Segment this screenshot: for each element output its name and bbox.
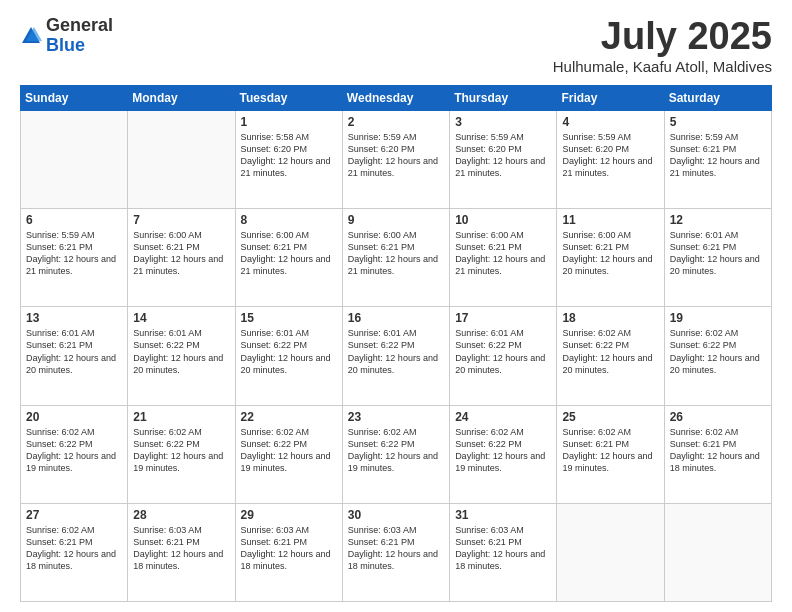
day-info: Sunrise: 6:02 AM Sunset: 6:22 PM Dayligh… [348,426,444,475]
weekday-header-cell: Monday [128,85,235,110]
calendar-day-cell: 12Sunrise: 6:01 AM Sunset: 6:21 PM Dayli… [664,209,771,307]
calendar-day-cell: 23Sunrise: 6:02 AM Sunset: 6:22 PM Dayli… [342,405,449,503]
weekday-header-cell: Tuesday [235,85,342,110]
calendar-day-cell: 27Sunrise: 6:02 AM Sunset: 6:21 PM Dayli… [21,503,128,601]
day-number: 3 [455,115,551,129]
day-number: 25 [562,410,658,424]
day-number: 19 [670,311,766,325]
day-info: Sunrise: 6:01 AM Sunset: 6:21 PM Dayligh… [26,327,122,376]
day-info: Sunrise: 6:00 AM Sunset: 6:21 PM Dayligh… [455,229,551,278]
calendar-day-cell: 2Sunrise: 5:59 AM Sunset: 6:20 PM Daylig… [342,110,449,208]
day-number: 23 [348,410,444,424]
day-number: 13 [26,311,122,325]
day-info: Sunrise: 6:01 AM Sunset: 6:22 PM Dayligh… [241,327,337,376]
calendar-day-cell: 6Sunrise: 5:59 AM Sunset: 6:21 PM Daylig… [21,209,128,307]
calendar-day-cell: 11Sunrise: 6:00 AM Sunset: 6:21 PM Dayli… [557,209,664,307]
calendar-day-cell: 26Sunrise: 6:02 AM Sunset: 6:21 PM Dayli… [664,405,771,503]
calendar-day-cell: 15Sunrise: 6:01 AM Sunset: 6:22 PM Dayli… [235,307,342,405]
day-info: Sunrise: 6:01 AM Sunset: 6:22 PM Dayligh… [133,327,229,376]
weekday-header-cell: Saturday [664,85,771,110]
day-info: Sunrise: 6:00 AM Sunset: 6:21 PM Dayligh… [241,229,337,278]
calendar-week-row: 13Sunrise: 6:01 AM Sunset: 6:21 PM Dayli… [21,307,772,405]
weekday-header-cell: Wednesday [342,85,449,110]
day-number: 16 [348,311,444,325]
calendar-day-cell: 18Sunrise: 6:02 AM Sunset: 6:22 PM Dayli… [557,307,664,405]
day-number: 31 [455,508,551,522]
calendar-week-row: 6Sunrise: 5:59 AM Sunset: 6:21 PM Daylig… [21,209,772,307]
location-title: Hulhumale, Kaafu Atoll, Maldives [553,58,772,75]
calendar-day-cell: 16Sunrise: 6:01 AM Sunset: 6:22 PM Dayli… [342,307,449,405]
calendar-day-cell [21,110,128,208]
calendar-body: 1Sunrise: 5:58 AM Sunset: 6:20 PM Daylig… [21,110,772,601]
day-info: Sunrise: 6:00 AM Sunset: 6:21 PM Dayligh… [562,229,658,278]
weekday-header-row: SundayMondayTuesdayWednesdayThursdayFrid… [21,85,772,110]
weekday-header-cell: Friday [557,85,664,110]
day-info: Sunrise: 6:02 AM Sunset: 6:21 PM Dayligh… [562,426,658,475]
day-info: Sunrise: 5:59 AM Sunset: 6:21 PM Dayligh… [26,229,122,278]
calendar-week-row: 27Sunrise: 6:02 AM Sunset: 6:21 PM Dayli… [21,503,772,601]
day-number: 20 [26,410,122,424]
day-number: 6 [26,213,122,227]
day-number: 5 [670,115,766,129]
day-info: Sunrise: 6:03 AM Sunset: 6:21 PM Dayligh… [241,524,337,573]
day-info: Sunrise: 6:00 AM Sunset: 6:21 PM Dayligh… [133,229,229,278]
day-number: 12 [670,213,766,227]
day-info: Sunrise: 6:02 AM Sunset: 6:22 PM Dayligh… [241,426,337,475]
calendar-day-cell: 28Sunrise: 6:03 AM Sunset: 6:21 PM Dayli… [128,503,235,601]
day-info: Sunrise: 6:02 AM Sunset: 6:22 PM Dayligh… [133,426,229,475]
logo-blue-text: Blue [46,35,85,55]
day-number: 30 [348,508,444,522]
logo-text: General Blue [46,16,113,56]
day-number: 29 [241,508,337,522]
day-info: Sunrise: 6:03 AM Sunset: 6:21 PM Dayligh… [455,524,551,573]
calendar-day-cell: 31Sunrise: 6:03 AM Sunset: 6:21 PM Dayli… [450,503,557,601]
day-number: 24 [455,410,551,424]
day-info: Sunrise: 6:02 AM Sunset: 6:21 PM Dayligh… [26,524,122,573]
calendar-day-cell: 13Sunrise: 6:01 AM Sunset: 6:21 PM Dayli… [21,307,128,405]
calendar-day-cell: 3Sunrise: 5:59 AM Sunset: 6:20 PM Daylig… [450,110,557,208]
page: General Blue July 2025 Hulhumale, Kaafu … [0,0,792,612]
day-info: Sunrise: 6:02 AM Sunset: 6:22 PM Dayligh… [455,426,551,475]
calendar-week-row: 20Sunrise: 6:02 AM Sunset: 6:22 PM Dayli… [21,405,772,503]
calendar-week-row: 1Sunrise: 5:58 AM Sunset: 6:20 PM Daylig… [21,110,772,208]
title-block: July 2025 Hulhumale, Kaafu Atoll, Maldiv… [553,16,772,75]
calendar-day-cell [128,110,235,208]
day-number: 14 [133,311,229,325]
day-number: 21 [133,410,229,424]
day-info: Sunrise: 6:01 AM Sunset: 6:22 PM Dayligh… [455,327,551,376]
weekday-header-cell: Thursday [450,85,557,110]
calendar-day-cell: 14Sunrise: 6:01 AM Sunset: 6:22 PM Dayli… [128,307,235,405]
day-number: 2 [348,115,444,129]
day-number: 22 [241,410,337,424]
calendar-day-cell: 30Sunrise: 6:03 AM Sunset: 6:21 PM Dayli… [342,503,449,601]
calendar-day-cell: 5Sunrise: 5:59 AM Sunset: 6:21 PM Daylig… [664,110,771,208]
day-info: Sunrise: 5:59 AM Sunset: 6:20 PM Dayligh… [455,131,551,180]
day-number: 4 [562,115,658,129]
calendar-day-cell: 29Sunrise: 6:03 AM Sunset: 6:21 PM Dayli… [235,503,342,601]
day-info: Sunrise: 6:02 AM Sunset: 6:22 PM Dayligh… [26,426,122,475]
day-number: 27 [26,508,122,522]
day-number: 10 [455,213,551,227]
day-info: Sunrise: 6:02 AM Sunset: 6:21 PM Dayligh… [670,426,766,475]
day-number: 26 [670,410,766,424]
day-number: 1 [241,115,337,129]
calendar-day-cell: 10Sunrise: 6:00 AM Sunset: 6:21 PM Dayli… [450,209,557,307]
calendar-day-cell: 20Sunrise: 6:02 AM Sunset: 6:22 PM Dayli… [21,405,128,503]
day-number: 17 [455,311,551,325]
calendar-day-cell: 25Sunrise: 6:02 AM Sunset: 6:21 PM Dayli… [557,405,664,503]
calendar-day-cell: 19Sunrise: 6:02 AM Sunset: 6:22 PM Dayli… [664,307,771,405]
calendar-day-cell: 8Sunrise: 6:00 AM Sunset: 6:21 PM Daylig… [235,209,342,307]
day-info: Sunrise: 6:01 AM Sunset: 6:21 PM Dayligh… [670,229,766,278]
day-info: Sunrise: 5:58 AM Sunset: 6:20 PM Dayligh… [241,131,337,180]
day-number: 18 [562,311,658,325]
day-info: Sunrise: 6:02 AM Sunset: 6:22 PM Dayligh… [562,327,658,376]
day-info: Sunrise: 6:01 AM Sunset: 6:22 PM Dayligh… [348,327,444,376]
day-info: Sunrise: 6:03 AM Sunset: 6:21 PM Dayligh… [133,524,229,573]
calendar-day-cell: 17Sunrise: 6:01 AM Sunset: 6:22 PM Dayli… [450,307,557,405]
day-number: 7 [133,213,229,227]
day-number: 11 [562,213,658,227]
day-number: 28 [133,508,229,522]
day-info: Sunrise: 5:59 AM Sunset: 6:20 PM Dayligh… [562,131,658,180]
calendar-table: SundayMondayTuesdayWednesdayThursdayFrid… [20,85,772,602]
calendar-day-cell: 22Sunrise: 6:02 AM Sunset: 6:22 PM Dayli… [235,405,342,503]
